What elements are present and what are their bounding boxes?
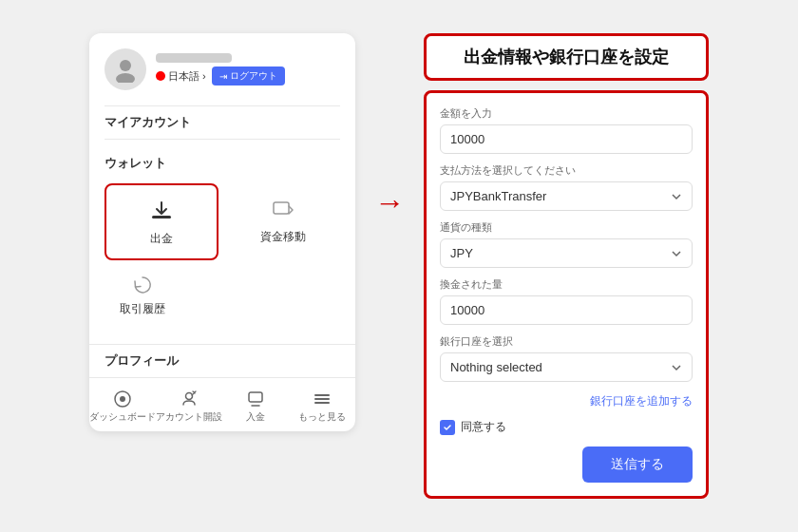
wallet-section: ウォレット 出金 [89,140,355,340]
amount-input[interactable] [440,124,693,154]
nav-more-label: もっと見る [298,410,346,424]
language-button[interactable]: 日本語 › [156,69,206,84]
right-title: 出金情報や銀行口座を設定 [424,33,709,81]
svg-point-1 [116,73,135,83]
transfer-icon [268,195,298,225]
nav-deposit[interactable]: 入金 [222,386,289,428]
avatar [104,48,146,90]
transfer-item[interactable]: 資金移動 [226,183,340,260]
payment-group: 支払方法を選択してください JPYBankTransfer [440,163,693,211]
currency-label: 通貨の種類 [440,220,693,235]
svg-point-0 [120,60,131,71]
svg-rect-2 [152,216,171,218]
profile-section: 日本語 › ⇥ ログアウト [89,33,355,105]
chevron-icon: › [202,70,206,82]
svg-rect-8 [314,394,330,396]
profile-title: プロフィール [89,344,355,377]
arrow-icon: → [374,185,405,220]
nav-account-setup-label: アカウント開設 [156,410,222,424]
svg-point-6 [186,393,193,400]
logout-button[interactable]: ⇥ ログアウト [212,66,285,86]
svg-point-5 [120,396,125,402]
wallet-title: ウォレット [104,147,340,176]
flag-icon [156,71,165,81]
converted-input[interactable] [440,295,693,325]
transfer-label: 資金移動 [260,229,306,245]
bank-label: 銀行口座を選択 [440,334,693,349]
agree-label: 同意する [461,419,506,435]
payment-select[interactable]: JPYBankTransfer [440,181,693,211]
profile-info: 日本語 › ⇥ ログアウト [156,53,340,86]
submit-button[interactable]: 送信する [582,446,693,483]
my-account-title: マイアカウント [89,106,355,139]
currency-select[interactable]: JPY [440,238,693,268]
withdraw-item[interactable]: 出金 [104,183,218,260]
svg-rect-7 [249,392,262,402]
add-bank-link[interactable]: 銀行口座を追加する [590,394,693,408]
nav-more[interactable]: もっと見る [289,386,355,428]
bottom-nav: ダッシュボード アカウント開設 [89,377,355,431]
agree-row: 同意する [440,419,693,435]
payment-label: 支払方法を選択してください [440,163,693,178]
nav-dashboard-label: ダッシュボード [89,410,156,424]
history-label: 取引履歴 [120,301,165,317]
svg-rect-10 [314,402,330,404]
svg-rect-9 [314,398,330,400]
converted-label: 換金された量 [440,277,693,292]
svg-rect-3 [274,202,289,214]
amount-label: 金額を入力 [440,106,693,121]
right-panel: 出金情報や銀行口座を設定 金額を入力 支払方法を選択してください JPYBank… [424,33,709,499]
deposit-icon [246,390,265,408]
arrow-container: → [374,185,405,220]
left-panel: 日本語 › ⇥ ログアウト マイアカウント ウォレット [89,33,355,431]
more-icon [313,390,332,408]
history-item[interactable]: 取引履歴 [104,264,180,325]
converted-group: 換金された量 [440,277,693,325]
account-setup-icon [180,390,199,408]
currency-group: 通貨の種類 JPY [440,220,693,268]
language-label: 日本語 [168,69,200,84]
agree-checkbox[interactable] [440,420,455,435]
wallet-grid: 出金 資金移動 [104,183,340,260]
logout-label: ログアウト [230,69,277,83]
bank-select[interactable]: Nothing selected [440,352,693,382]
dashboard-icon [113,390,132,408]
history-icon [129,272,156,301]
name-placeholder [156,53,232,63]
nav-deposit-label: 入金 [246,410,265,424]
amount-group: 金額を入力 [440,106,693,154]
withdraw-label: 出金 [150,231,173,247]
nav-account-setup[interactable]: アカウント開設 [156,386,222,428]
submit-container: 送信する [440,446,693,483]
bank-group: 銀行口座を選択 Nothing selected [440,334,693,382]
add-bank-link-container: 銀行口座を追加する [440,391,693,409]
form-panel: 金額を入力 支払方法を選択してください JPYBankTransfer 通貨の種… [424,90,709,499]
withdraw-icon [146,197,177,227]
logout-icon: ⇥ [219,71,227,82]
nav-dashboard[interactable]: ダッシュボード [89,386,156,428]
